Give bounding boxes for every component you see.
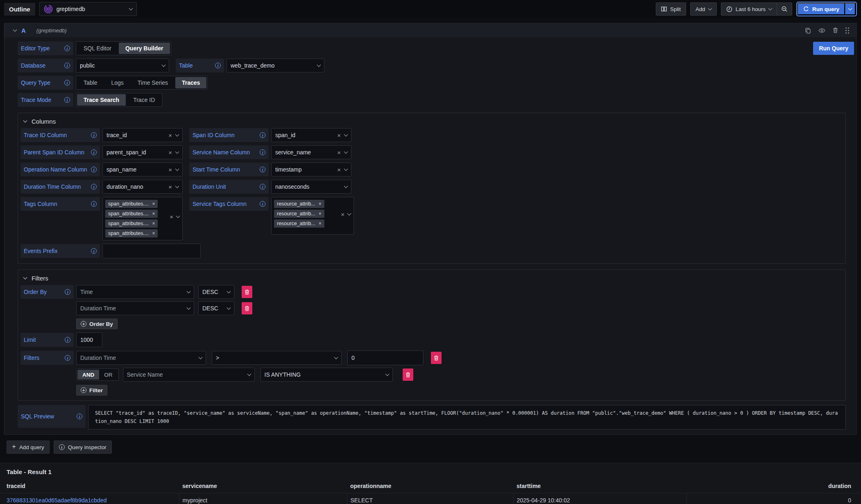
- service-tags-column-multiselect[interactable]: resource_attrib...× resource_attrib...× …: [271, 197, 354, 235]
- info-icon[interactable]: i: [260, 132, 265, 138]
- order-by-direction-select[interactable]: DESC: [198, 301, 234, 315]
- duration-unit-select[interactable]: nanoseconds: [271, 180, 351, 194]
- info-icon[interactable]: i: [260, 184, 265, 190]
- trace-id-column-select[interactable]: trace_id ×: [102, 128, 183, 142]
- chip-remove-icon[interactable]: ×: [152, 221, 155, 226]
- add-order-by-button[interactable]: + Order By: [76, 319, 118, 329]
- database-select[interactable]: public: [76, 59, 169, 72]
- column-header-duration[interactable]: duration: [687, 480, 861, 493]
- chip-remove-icon[interactable]: ×: [319, 221, 322, 226]
- chip-remove-icon[interactable]: ×: [319, 211, 322, 216]
- remove-order-by-button[interactable]: [242, 302, 252, 314]
- start-time-column-select[interactable]: timestamp ×: [271, 163, 351, 176]
- info-icon[interactable]: i: [64, 97, 70, 103]
- clear-icon[interactable]: ×: [168, 132, 172, 138]
- info-icon[interactable]: i: [91, 184, 97, 190]
- info-icon[interactable]: i: [91, 132, 97, 138]
- limit-input[interactable]: [76, 332, 102, 347]
- info-icon[interactable]: i: [77, 414, 82, 419]
- filter-operator-select[interactable]: IS ANYTHING: [261, 368, 393, 382]
- filter-operator-select[interactable]: >: [212, 351, 342, 365]
- info-icon[interactable]: i: [91, 201, 97, 207]
- trace-id-link[interactable]: 3768831301ea0d65adaef8b9da1cbded: [7, 497, 106, 504]
- query-type-option-time-series[interactable]: Time Series: [131, 77, 174, 88]
- run-query-options-button[interactable]: [845, 3, 856, 15]
- column-header-traceid[interactable]: traceid: [0, 480, 179, 493]
- remove-filter-button[interactable]: [431, 352, 442, 364]
- drag-handle[interactable]: [845, 27, 849, 34]
- clear-icon[interactable]: ×: [337, 167, 341, 173]
- chip-remove-icon[interactable]: ×: [152, 201, 155, 206]
- order-by-direction-select[interactable]: DESC: [198, 285, 234, 299]
- query-inspector-button[interactable]: i Query inspector: [54, 441, 112, 454]
- tags-column-multiselect[interactable]: span_attributes....× span_attributes....…: [102, 197, 183, 240]
- clear-icon[interactable]: ×: [168, 149, 172, 156]
- clear-icon[interactable]: ×: [337, 132, 341, 138]
- add-query-button[interactable]: + Add query: [7, 441, 50, 454]
- column-header-starttime[interactable]: starttime: [513, 480, 687, 493]
- clear-icon[interactable]: ×: [168, 167, 172, 173]
- chip-remove-icon[interactable]: ×: [319, 201, 322, 206]
- trace-mode-option-trace-id[interactable]: Trace ID: [127, 94, 161, 106]
- column-header-operationname[interactable]: operationname: [347, 480, 513, 493]
- query-type-option-table[interactable]: Table: [77, 77, 104, 88]
- add-button[interactable]: Add: [690, 2, 717, 16]
- table-select[interactable]: web_trace_demo: [227, 59, 324, 72]
- add-filter-button[interactable]: + Filter: [76, 385, 107, 396]
- info-icon[interactable]: i: [91, 248, 97, 254]
- split-button[interactable]: Split: [656, 2, 686, 16]
- datasource-picker[interactable]: greptimedb: [39, 2, 137, 16]
- hide-response-eye-icon[interactable]: [818, 28, 825, 33]
- duration-time-column-select[interactable]: duration_nano ×: [102, 180, 183, 194]
- delete-query-trash-icon[interactable]: [833, 27, 838, 33]
- and-option[interactable]: AND: [77, 370, 99, 380]
- events-prefix-input[interactable]: [102, 244, 201, 258]
- query-type-option-traces[interactable]: Traces: [175, 77, 206, 88]
- remove-filter-button[interactable]: [403, 368, 413, 381]
- parent-span-id-column-select[interactable]: parent_span_id ×: [102, 145, 183, 159]
- service-name-column-select[interactable]: service_name ×: [271, 145, 351, 159]
- or-option[interactable]: OR: [99, 370, 117, 380]
- filter-field-select[interactable]: Duration Time: [76, 351, 206, 365]
- chip-remove-icon[interactable]: ×: [152, 211, 155, 216]
- operation-name-column-select[interactable]: span_name ×: [102, 163, 183, 176]
- outline-button[interactable]: Outline: [4, 3, 35, 16]
- query-row-header[interactable]: A (greptimedb): [5, 23, 856, 37]
- info-icon[interactable]: i: [64, 45, 70, 51]
- clear-icon[interactable]: ×: [337, 149, 341, 156]
- order-by-field-select[interactable]: Duration Time: [76, 301, 194, 315]
- clear-all-icon[interactable]: ×: [170, 214, 173, 220]
- duplicate-query-icon[interactable]: [805, 27, 811, 34]
- panel-run-query-button[interactable]: Run Query: [813, 42, 854, 55]
- column-header-servicename[interactable]: servicename: [179, 480, 347, 493]
- info-icon[interactable]: i: [260, 167, 265, 172]
- info-icon[interactable]: i: [260, 201, 265, 207]
- trace-mode-option-trace-search[interactable]: Trace Search: [77, 94, 126, 106]
- editor-type-option-query-builder[interactable]: Query Builder: [119, 43, 170, 54]
- collapse-chevron-icon[interactable]: [13, 27, 17, 32]
- info-icon[interactable]: i: [91, 167, 97, 172]
- filter-value-input[interactable]: [347, 350, 424, 365]
- chip-remove-icon[interactable]: ×: [152, 231, 155, 236]
- remove-order-by-button[interactable]: [242, 286, 252, 298]
- info-icon[interactable]: i: [260, 149, 265, 155]
- filters-section-header[interactable]: Filters: [24, 275, 843, 282]
- run-query-button[interactable]: Run query: [798, 3, 845, 15]
- info-icon[interactable]: i: [64, 80, 70, 86]
- zoom-out-time-button[interactable]: [777, 2, 792, 16]
- time-range-button[interactable]: Last 6 hours: [721, 2, 777, 16]
- editor-type-option-sql-editor[interactable]: SQL Editor: [77, 43, 118, 54]
- info-icon[interactable]: i: [64, 63, 70, 68]
- info-icon[interactable]: i: [65, 337, 70, 343]
- info-icon[interactable]: i: [65, 355, 70, 361]
- clear-icon[interactable]: ×: [168, 184, 172, 190]
- info-icon[interactable]: i: [65, 289, 70, 295]
- info-icon[interactable]: i: [91, 149, 97, 155]
- query-type-option-logs[interactable]: Logs: [104, 77, 130, 88]
- filter-field-select[interactable]: Service Name: [123, 368, 255, 382]
- order-by-field-select[interactable]: Time: [76, 285, 194, 299]
- columns-section-header[interactable]: Columns: [24, 118, 843, 125]
- span-id-column-select[interactable]: span_id ×: [271, 128, 351, 142]
- clear-all-icon[interactable]: ×: [341, 211, 344, 217]
- info-icon[interactable]: i: [215, 63, 221, 68]
